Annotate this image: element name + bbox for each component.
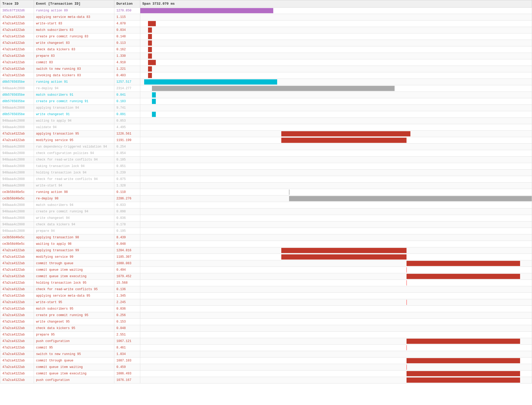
table-row: 47a2ca4122abcommit through queue1087.103: [0, 358, 532, 364]
trace-id-cell: 940aaa4c2808: [0, 124, 34, 131]
span-bar-cell: [140, 306, 532, 312]
table-row: 940aaa4c2808write-start 941.328: [0, 183, 532, 189]
duration-cell: 0.113: [114, 40, 140, 46]
table-row: 47a2ca4122abpush configuration1067.121: [0, 338, 532, 345]
span-bar-cell: [140, 150, 532, 157]
trace-id-cell: 47a2ca4122ab: [0, 260, 34, 267]
span-bar-cell: [140, 254, 532, 260]
table-row: 940aaa4c2808waiting to apply 940.053: [0, 118, 532, 124]
event-cell: modifying service 99: [34, 254, 114, 260]
table-row: 385c67f192d6running action 891270.850: [0, 8, 532, 14]
table-row: 47a2ca4122abcommit queue item waiting0.4…: [0, 364, 532, 371]
trace-id-cell: 47a2ca4122ab: [0, 27, 34, 33]
duration-cell: 1076.167: [114, 377, 140, 383]
span-bar: [407, 358, 520, 363]
table-row: 940aaa4c2808check data kickers 940.178: [0, 221, 532, 228]
duration-cell: 4.495: [114, 124, 140, 131]
span-line: [407, 267, 407, 273]
span-bar: [281, 131, 410, 136]
span-bar: [407, 371, 520, 376]
event-cell: applying transaction 94: [34, 105, 114, 111]
event-cell: running action 98: [34, 189, 114, 195]
span-bar-cell: [140, 53, 532, 59]
table-row: 47a2ca4122abapplying transaction 991204.…: [0, 247, 532, 254]
span-bar-cell: [140, 66, 532, 72]
span-bar-cell: [140, 111, 532, 118]
table-row: 47a2ca4122abinvoking data kickers 830.40…: [0, 72, 532, 79]
col-header-span: Span 3732.070 ms: [140, 0, 532, 8]
span-bar-cell: [140, 118, 532, 124]
span-bar-cell: [140, 14, 532, 20]
trace-id-cell: 47a2ca4122ab: [0, 377, 34, 383]
trace-id-cell: 47a2ca4122ab: [0, 299, 34, 306]
span-bar-cell: [140, 59, 532, 66]
span-bar: [289, 196, 532, 201]
event-cell: match subscribers 91: [34, 92, 114, 98]
event-cell: commit queue item executing: [34, 273, 114, 280]
duration-cell: 1.115: [114, 14, 140, 20]
event-cell: write changeset 91: [34, 111, 114, 118]
col-header-trace: Trace ID: [0, 0, 34, 8]
trace-id-cell: 47a2ca4122ab: [0, 20, 34, 27]
span-bar: [152, 112, 156, 117]
span-bar-cell: [140, 124, 532, 131]
duration-cell: 1087.103: [114, 358, 140, 364]
table-row: 47a2ca4122abcheck for read-write conflic…: [0, 286, 532, 293]
trace-id-cell: 940aaa4c2808: [0, 215, 34, 221]
span-bar-cell: [140, 189, 532, 195]
span-bar-cell: [140, 286, 532, 293]
span-bar-cell: [140, 371, 532, 377]
trace-id-cell: d0b5765035be: [0, 79, 34, 85]
trace-id-cell: 385c67f192d6: [0, 8, 34, 14]
event-cell: write changeset 95: [34, 319, 114, 325]
duration-cell: 1257.517: [114, 79, 140, 85]
event-cell: commit 95: [34, 345, 114, 351]
span-bar-cell: [140, 157, 532, 163]
span-bar-cell: [140, 273, 532, 280]
span-bar-cell: [140, 228, 532, 234]
trace-id-cell: 47a2ca4122ab: [0, 273, 34, 280]
trace-id-cell: 940aaa4c2808: [0, 183, 34, 189]
duration-cell: 1079.452: [114, 273, 140, 280]
table-row: 47a2ca4122abcreate pre commit running 95…: [0, 312, 532, 319]
event-cell: check data kickers 94: [34, 221, 114, 228]
duration-cell: 0.048: [114, 241, 140, 247]
span-bar: [281, 138, 407, 143]
span-bar: [148, 21, 156, 26]
duration-cell: 0.036: [114, 306, 140, 312]
event-cell: check for read-write conflicts 95: [34, 286, 114, 293]
table-row: 47a2ca4122abcommit queue item executing1…: [0, 371, 532, 377]
event-cell: commit queue item executing: [34, 371, 114, 377]
span-bar-cell: [140, 131, 532, 137]
trace-id-cell: 940aaa4c2808: [0, 105, 34, 111]
span-bar: [407, 261, 520, 266]
table-row: d0b5765035bewrite changeset 910.091: [0, 111, 532, 118]
event-cell: applying transaction 99: [34, 247, 114, 254]
duration-cell: 1.221: [114, 66, 140, 72]
table-row: 47a2ca4122abapplying transaction 951226.…: [0, 131, 532, 137]
duration-cell: 0.183: [114, 98, 140, 105]
span-bar-cell: [140, 364, 532, 371]
event-cell: write changeset 94: [34, 215, 114, 221]
span-bar: [152, 86, 395, 91]
duration-cell: 0.048: [114, 325, 140, 332]
event-cell: switch to new running 83: [34, 66, 114, 72]
span-bar: [407, 274, 520, 279]
event-cell: holding transaction lock 94: [34, 170, 114, 176]
table-row: d0b5765035becreate pre commit running 91…: [0, 98, 532, 105]
duration-cell: 1191.199: [114, 137, 140, 144]
span-bar-cell: [140, 280, 532, 286]
table-row: 47a2ca4122abcommit 958.461: [0, 345, 532, 351]
table-body: 385c67f192d6running action 891270.85047a…: [0, 8, 532, 383]
span-bar-cell: [140, 40, 532, 46]
span-bar: [140, 8, 273, 13]
duration-cell: 0.254: [114, 144, 140, 150]
trace-id-cell: 47a2ca4122ab: [0, 364, 34, 371]
span-bar-cell: [140, 46, 532, 53]
span-bar-cell: [140, 79, 532, 85]
duration-cell: 1067.121: [114, 338, 140, 345]
trace-id-cell: 940aaa4c2808: [0, 170, 34, 176]
table-row: 940aaa4c2808match subscribers 940.033: [0, 202, 532, 208]
duration-cell: 0.098: [114, 208, 140, 215]
event-cell: applying transaction 95: [34, 131, 114, 137]
